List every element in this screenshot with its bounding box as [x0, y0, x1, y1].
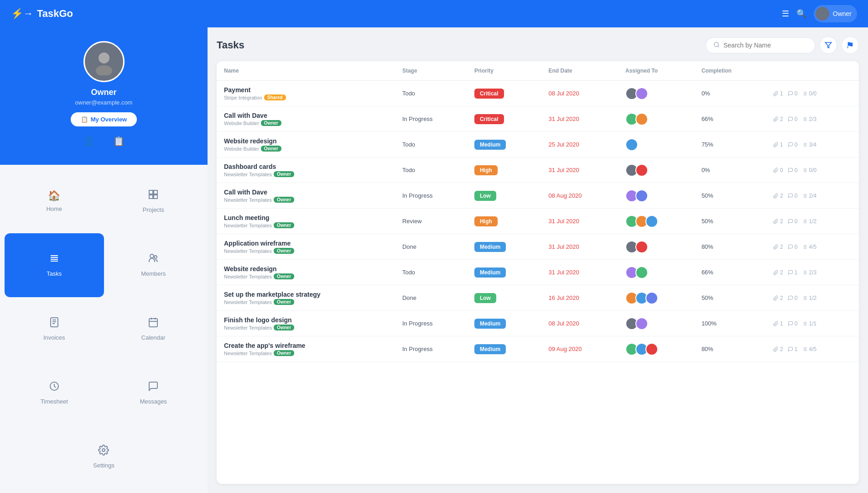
- task-end-date: 31 Jul 2020: [541, 234, 619, 260]
- task-sub: Newsletter Templates Owner: [224, 299, 388, 305]
- table-row[interactable]: Set up the marketplace strategy Newslett…: [217, 285, 859, 311]
- col-priority: Priority: [467, 61, 541, 81]
- table-row[interactable]: Create the app's wireframe Newsletter Te…: [217, 336, 859, 362]
- task-actions: 2 0 2/4: [766, 183, 859, 209]
- assignee-avatar: [645, 292, 658, 304]
- comment-count: 1: [788, 346, 798, 352]
- table-row[interactable]: Call with Dave Website Builder Owner In …: [217, 106, 859, 132]
- task-stage: In Progress: [395, 183, 467, 209]
- priority-badge: Critical: [474, 89, 504, 99]
- user-icon[interactable]: 👤: [83, 136, 95, 147]
- task-stage: In Progress: [395, 336, 467, 362]
- task-actions: 1 0 1/1: [766, 311, 859, 336]
- task-badge: Owner: [261, 146, 281, 152]
- task-completion: 80%: [694, 234, 766, 260]
- sidebar-item-invoices[interactable]: Invoices: [5, 297, 104, 361]
- flag-button[interactable]: [842, 37, 859, 54]
- task-name-cell: Application wireframe Newsletter Templat…: [217, 234, 395, 260]
- avatars-group: [625, 138, 687, 151]
- comment-count: 1: [788, 269, 798, 276]
- task-priority: Low: [467, 285, 541, 311]
- overview-label: My Overview: [91, 116, 127, 123]
- filter-button[interactable]: [820, 37, 837, 54]
- profile-icon-group: 👤 📋: [83, 136, 125, 156]
- table-header: Name Stage Priority End Date Assigned To…: [217, 61, 859, 81]
- task-completion: 100%: [694, 311, 766, 336]
- task-stage: Todo: [395, 157, 467, 183]
- task-name: Website redesign: [224, 137, 388, 145]
- sidebar-label-calendar: Calendar: [141, 334, 166, 341]
- my-overview-button[interactable]: 📋 My Overview: [71, 112, 137, 126]
- attach-count: 2: [773, 346, 783, 352]
- home-icon: 🏠: [48, 190, 60, 202]
- task-stage: In Progress: [395, 311, 467, 336]
- task-priority: Critical: [467, 106, 541, 132]
- row-actions: 2 1 2/3: [773, 269, 852, 276]
- table-row[interactable]: Website redesign Website Builder Owner T…: [217, 132, 859, 157]
- task-end-date: 31 Jul 2020: [541, 106, 619, 132]
- menu-icon[interactable]: ☰: [782, 9, 789, 19]
- task-name: Create the app's wireframe: [224, 342, 388, 349]
- sidebar-item-messages[interactable]: Messages: [104, 361, 203, 425]
- task-actions: 2 0 2/3: [766, 106, 859, 132]
- task-completion: 0%: [694, 157, 766, 183]
- table-row[interactable]: Finish the logo design Newsletter Templa…: [217, 311, 859, 336]
- task-badge: Shared: [264, 94, 286, 100]
- tasks-icon[interactable]: 📋: [113, 136, 125, 147]
- avatars-group: [625, 215, 687, 228]
- task-assigned: [618, 209, 694, 234]
- table-row[interactable]: Payment Stripe Integration Shared Todo C…: [217, 81, 859, 106]
- task-assigned: [618, 336, 694, 362]
- table-row[interactable]: Lunch meeting Newsletter Templates Owner…: [217, 209, 859, 234]
- user-menu[interactable]: Owner: [814, 5, 857, 22]
- tasks-nav-icon: [49, 253, 60, 267]
- task-completion: 50%: [694, 285, 766, 311]
- sidebar-item-projects[interactable]: Projects: [104, 169, 203, 233]
- svg-point-10: [150, 254, 154, 258]
- search-box: [706, 37, 815, 53]
- table-row[interactable]: Website redesign Newsletter Templates Ow…: [217, 260, 859, 285]
- svg-point-21: [102, 449, 105, 451]
- table-row[interactable]: Dashboard cards Newsletter Templates Own…: [217, 157, 859, 183]
- profile-email: owner@example.com: [75, 99, 133, 106]
- row-actions: 2 0 2/4: [773, 193, 852, 199]
- sidebar-item-members[interactable]: Members: [104, 233, 203, 297]
- task-completion: 80%: [694, 336, 766, 362]
- checklist-count: 2/3: [802, 116, 816, 122]
- task-badge: Owner: [274, 325, 294, 330]
- assignee-avatar: [635, 317, 648, 330]
- priority-badge: Medium: [474, 319, 506, 329]
- content-area: Tasks: [208, 27, 868, 493]
- sidebar-item-settings[interactable]: Settings: [88, 425, 119, 488]
- task-badge: Owner: [274, 299, 294, 305]
- top-nav-right: ☰ 🔍 Owner: [782, 5, 857, 22]
- comment-count: 0: [788, 116, 798, 122]
- task-end-date: 25 Jul 2020: [541, 132, 619, 157]
- table-row[interactable]: Application wireframe Newsletter Templat…: [217, 234, 859, 260]
- task-priority: High: [467, 209, 541, 234]
- sidebar-item-timesheet[interactable]: Timesheet: [5, 361, 104, 425]
- comment-count: 0: [788, 167, 798, 173]
- sidebar-nav: 🏠 Home Projects: [0, 165, 208, 493]
- sidebar-item-calendar[interactable]: Calendar: [104, 297, 203, 361]
- table-row[interactable]: Call with Dave Newsletter Templates Owne…: [217, 183, 859, 209]
- search-icon[interactable]: 🔍: [796, 9, 806, 19]
- sidebar-item-home[interactable]: 🏠 Home: [5, 169, 104, 233]
- svg-point-22: [714, 42, 718, 46]
- task-assigned: [618, 234, 694, 260]
- priority-badge: Medium: [474, 242, 506, 252]
- task-priority: Medium: [467, 234, 541, 260]
- search-input[interactable]: [723, 42, 807, 49]
- task-name-cell: Dashboard cards Newsletter Templates Own…: [217, 157, 395, 183]
- assignee-avatar: [635, 113, 648, 126]
- tasks-table-wrapper: Name Stage Priority End Date Assigned To…: [217, 61, 859, 484]
- avatars-group: [625, 164, 687, 177]
- members-icon: [148, 253, 159, 267]
- sidebar-label-timesheet: Timesheet: [41, 398, 68, 405]
- sidebar-item-tasks[interactable]: Tasks: [5, 233, 104, 297]
- task-completion: 50%: [694, 209, 766, 234]
- checklist-count: 1/2: [802, 218, 816, 225]
- task-sub: Website Builder Owner: [224, 146, 388, 152]
- main-layout: Owner owner@example.com 📋 My Overview 👤 …: [0, 27, 868, 493]
- attach-count: 2: [773, 193, 783, 199]
